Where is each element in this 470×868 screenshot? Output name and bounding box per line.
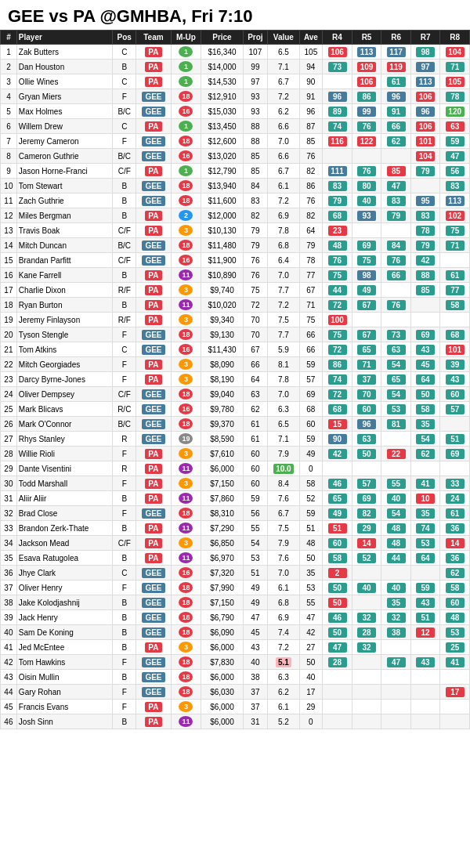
- round-cell: 61: [440, 268, 470, 283]
- score-cell: 48: [328, 241, 347, 251]
- round-cell: 81: [381, 417, 411, 432]
- proj-cell: 60: [243, 461, 268, 476]
- ave-cell: 91: [299, 89, 323, 104]
- value-cell: 7.6: [268, 491, 299, 506]
- score-cell: 76: [387, 255, 406, 266]
- round-cell: [410, 685, 440, 700]
- round-cell: [323, 461, 352, 476]
- ave-cell: 67: [299, 283, 323, 298]
- ave-cell: 0: [299, 714, 323, 729]
- team-cell: GEE: [136, 655, 171, 670]
- score-cell: 76: [357, 121, 376, 132]
- round-cell: [410, 298, 440, 313]
- score-cell: 63: [357, 434, 376, 444]
- proj-cell: 55: [243, 521, 268, 536]
- round-cell: [381, 640, 411, 655]
- team-cell: PA: [136, 372, 171, 387]
- round-cell: [440, 700, 470, 714]
- round-cell: 83: [323, 179, 352, 193]
- round-cell: 58: [323, 551, 352, 566]
- round-cell: 65: [352, 342, 381, 357]
- team-cell: GEE: [136, 342, 171, 357]
- score-cell: 54: [387, 360, 406, 370]
- price-cell: $9,340: [201, 313, 243, 327]
- proj-cell: 72: [243, 298, 268, 313]
- player-name: Willie Rioli: [16, 447, 112, 461]
- table-row: 10Tom StewartBGEE18$13,940846.1868380478…: [1, 179, 470, 193]
- price-cell: $12,790: [201, 164, 243, 179]
- ave-cell: 0: [299, 461, 323, 476]
- team-cell: GEE: [136, 670, 171, 685]
- mu-badge: 11: [179, 523, 193, 533]
- round-cell: 72: [323, 387, 352, 402]
- score-cell: 40: [357, 196, 376, 206]
- player-name: Oliver Henry: [16, 580, 112, 595]
- round-cell: [352, 700, 381, 714]
- round-cell: [410, 714, 440, 729]
- round-cell: 56: [440, 164, 470, 179]
- proj-cell: 79: [243, 238, 268, 253]
- score-cell: 33: [446, 479, 465, 489]
- table-row: 43Oisin MullinBGEE18$6,000386.340: [1, 670, 470, 685]
- score-cell: 43: [416, 598, 435, 608]
- score-cell: 53: [446, 627, 465, 638]
- score-cell: 39: [446, 360, 465, 370]
- team-cell: PA: [136, 119, 171, 134]
- round-cell: 79: [323, 193, 352, 208]
- value-cell: 6.7: [268, 164, 299, 179]
- mu-badge: 18: [179, 656, 193, 667]
- score-cell: 91: [387, 107, 406, 117]
- round-cell: 78: [410, 223, 440, 238]
- round-cell: 54: [381, 387, 411, 402]
- score-cell: 68: [328, 211, 347, 221]
- round-cell: 57: [352, 476, 381, 491]
- price-cell: $6,000: [201, 640, 243, 655]
- team-cell: GEE: [136, 625, 171, 640]
- team-badge: PA: [145, 538, 161, 548]
- mu-badge: 3: [179, 537, 193, 548]
- round-cell: 76: [352, 164, 381, 179]
- round-cell: [440, 313, 470, 327]
- ave-cell: 85: [299, 134, 323, 149]
- score-cell: 79: [328, 196, 347, 206]
- player-name: Cameron Guthrie: [16, 149, 112, 164]
- value-cell: 7.8: [268, 223, 299, 238]
- ave-cell: 105: [299, 45, 323, 60]
- score-cell: 79: [416, 241, 435, 251]
- round-cell: 86: [323, 357, 352, 372]
- round-cell: 51: [410, 610, 440, 625]
- round-cell: [352, 670, 381, 685]
- price-cell: $10,890: [201, 268, 243, 283]
- round-cell: [381, 714, 411, 729]
- mu-cell: 11: [171, 461, 201, 476]
- value-cell: 7.6: [268, 551, 299, 566]
- round-cell: 46: [323, 610, 352, 625]
- round-cell: [323, 700, 352, 714]
- score-cell: 57: [446, 404, 465, 414]
- score-cell: 71: [446, 62, 465, 72]
- score-cell: 76: [328, 255, 347, 266]
- mu-cell: 11: [171, 714, 201, 729]
- player-name: Max Holmes: [16, 104, 112, 119]
- pos-cell: B: [113, 521, 136, 536]
- rank-cell: 34: [1, 536, 17, 551]
- pos-cell: B/C: [113, 417, 136, 432]
- rank-cell: 17: [1, 283, 17, 298]
- rank-cell: 16: [1, 268, 17, 283]
- col-header-player: Player: [16, 31, 112, 45]
- team-badge: GEE: [142, 92, 164, 102]
- table-row: 38Jake KolodjashnijBGEE18$7,150496.85550…: [1, 595, 470, 610]
- score-cell: 67: [357, 300, 376, 310]
- proj-cell: 38: [243, 670, 268, 685]
- player-name: Gary Rohan: [16, 685, 112, 700]
- rank-cell: 10: [1, 179, 17, 193]
- proj-cell: 88: [243, 134, 268, 149]
- mu-cell: 18: [171, 625, 201, 640]
- score-cell: 72: [328, 345, 347, 355]
- mu-badge: 11: [179, 552, 193, 563]
- ave-cell: 50: [299, 551, 323, 566]
- price-cell: $7,990: [201, 580, 243, 595]
- score-cell: 57: [357, 479, 376, 489]
- ave-cell: 51: [299, 521, 323, 536]
- pos-cell: B: [113, 268, 136, 283]
